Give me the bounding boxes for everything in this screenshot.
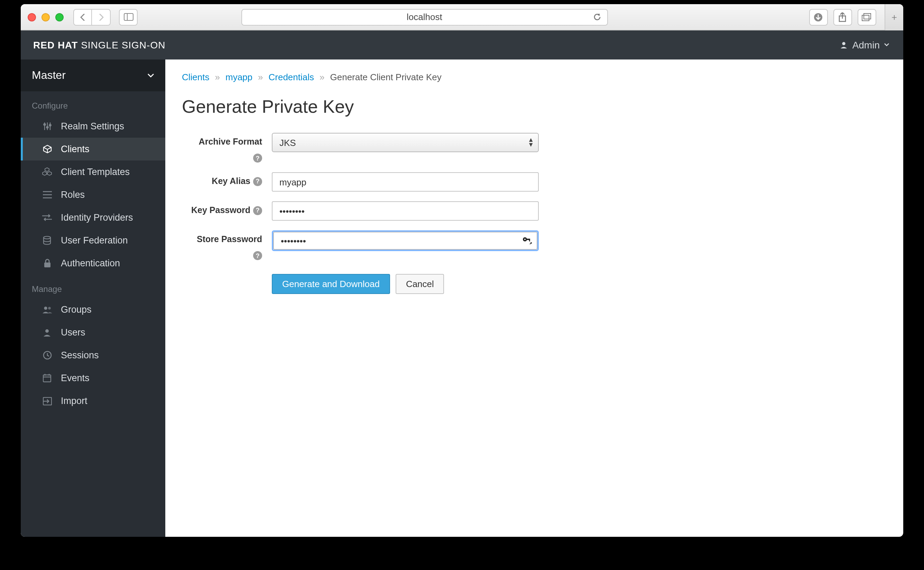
svg-point-20	[45, 329, 49, 332]
exchange-icon	[41, 214, 52, 221]
archive-format-value: JKS	[279, 137, 296, 148]
cubes-icon	[41, 167, 52, 176]
sidebar-item-sessions[interactable]: Sessions	[21, 344, 165, 367]
nav-back-forward	[73, 9, 111, 25]
sidebar-item-label: Events	[61, 373, 90, 383]
sidebar-item-realm-settings[interactable]: Realm Settings	[21, 115, 165, 138]
store-password-label: Store Password	[197, 234, 262, 244]
archive-format-select[interactable]: JKS ▲▼	[272, 133, 539, 152]
user-name: Admin	[852, 40, 880, 51]
generate-download-button[interactable]: Generate and Download	[272, 274, 390, 294]
section-header-manage: Manage	[21, 274, 165, 298]
breadcrumb-link-credentials[interactable]: Credentials	[269, 72, 314, 82]
sidebar-item-roles[interactable]: Roles	[21, 183, 165, 206]
main-content: Clients » myapp » Credentials » Generate…	[165, 60, 903, 537]
user-menu[interactable]: Admin	[840, 40, 889, 51]
svg-rect-22	[43, 375, 51, 382]
key-password-input[interactable]	[272, 201, 539, 221]
sidebar-item-groups[interactable]: Groups	[21, 298, 165, 321]
database-icon	[41, 236, 52, 245]
user-icon	[840, 41, 848, 49]
sidebar-item-clients[interactable]: Clients	[21, 138, 165, 161]
window-controls	[28, 13, 64, 21]
svg-rect-4	[863, 15, 869, 20]
breadcrumb: Clients » myapp » Credentials » Generate…	[182, 72, 887, 82]
help-icon[interactable]: ?	[253, 251, 262, 260]
page-title: Generate Private Key	[182, 96, 887, 118]
sidebar-item-authentication[interactable]: Authentication	[21, 252, 165, 274]
cube-icon	[41, 145, 52, 153]
key-icon[interactable]	[522, 237, 532, 245]
breadcrumb-current: Generate Client Private Key	[330, 72, 442, 82]
address-text: localhost	[407, 12, 442, 22]
sidebar-item-label: Identity Providers	[61, 212, 133, 223]
svg-point-11	[46, 126, 48, 128]
svg-point-10	[43, 124, 45, 125]
key-alias-label: Key Alias	[212, 176, 250, 186]
sidebar-item-client-templates[interactable]: Client Templates	[21, 161, 165, 183]
svg-point-18	[44, 306, 47, 309]
chevron-down-icon	[147, 73, 154, 78]
section-header-configure: Configure	[21, 91, 165, 115]
sidebar-item-import[interactable]: Import	[21, 389, 165, 412]
downloads-button[interactable]	[809, 9, 828, 25]
private-key-form: Archive Format ? JKS ▲▼	[182, 133, 887, 294]
user-icon	[41, 328, 52, 337]
sidebar-item-label: Client Templates	[61, 167, 130, 177]
breadcrumb-sep: »	[258, 72, 263, 82]
breadcrumb-sep: »	[215, 72, 220, 82]
help-icon[interactable]: ?	[253, 177, 262, 186]
realm-selector[interactable]: Master	[21, 60, 165, 91]
svg-rect-30	[529, 239, 530, 241]
svg-rect-17	[44, 262, 50, 267]
zoom-window-button[interactable]	[55, 13, 64, 21]
sliders-icon	[41, 122, 52, 131]
list-icon	[41, 191, 52, 199]
realm-name: Master	[32, 69, 66, 82]
key-password-label: Key Password	[191, 205, 250, 215]
sidebar-item-label: Authentication	[61, 258, 120, 268]
store-password-input[interactable]	[273, 232, 537, 250]
minimize-window-button[interactable]	[41, 13, 50, 21]
svg-rect-5	[864, 13, 871, 19]
back-button[interactable]	[73, 9, 92, 25]
breadcrumb-sep: »	[320, 72, 324, 82]
import-icon	[41, 397, 52, 405]
reload-icon[interactable]	[592, 12, 601, 21]
breadcrumb-link-myapp[interactable]: myapp	[225, 72, 252, 82]
help-icon[interactable]: ?	[253, 153, 262, 162]
svg-point-12	[49, 124, 50, 126]
browser-toolbar: localhost ＋	[21, 4, 903, 31]
help-icon[interactable]: ?	[253, 206, 262, 215]
sidebar-item-identity-providers[interactable]: Identity Providers	[21, 206, 165, 229]
cancel-button[interactable]: Cancel	[396, 274, 444, 294]
users-icon	[41, 305, 52, 314]
sidebar: Master Configure Realm Settings Clients	[21, 60, 165, 537]
svg-point-6	[842, 42, 846, 45]
brand: RED HAT SINGLE SIGN-ON	[33, 40, 165, 51]
forward-button[interactable]	[92, 9, 111, 25]
sidebar-item-users[interactable]: Users	[21, 321, 165, 344]
svg-point-16	[44, 236, 50, 239]
app-header: RED HAT SINGLE SIGN-ON Admin	[21, 31, 903, 60]
breadcrumb-link-clients[interactable]: Clients	[182, 72, 210, 82]
select-arrows-icon: ▲▼	[528, 138, 534, 147]
chevron-down-icon	[884, 43, 889, 47]
sidebar-item-label: Sessions	[61, 350, 99, 360]
browser-window: localhost ＋ RED HAT SING	[21, 4, 903, 537]
sidebar-toggle-button[interactable]	[119, 9, 138, 25]
sidebar-item-label: User Federation	[61, 235, 128, 245]
share-button[interactable]	[834, 9, 852, 25]
close-window-button[interactable]	[28, 13, 36, 21]
sidebar-item-events[interactable]: Events	[21, 367, 165, 389]
sidebar-item-label: Users	[61, 327, 86, 337]
key-alias-input[interactable]	[272, 172, 539, 192]
svg-point-28	[524, 239, 526, 240]
new-tab-button[interactable]: ＋	[884, 4, 903, 30]
sidebar-item-user-federation[interactable]: User Federation	[21, 229, 165, 252]
svg-rect-0	[124, 14, 133, 20]
tabs-button[interactable]	[858, 9, 876, 25]
sidebar-item-label: Realm Settings	[61, 121, 124, 132]
address-bar[interactable]: localhost	[241, 9, 607, 25]
lock-icon	[41, 259, 52, 268]
